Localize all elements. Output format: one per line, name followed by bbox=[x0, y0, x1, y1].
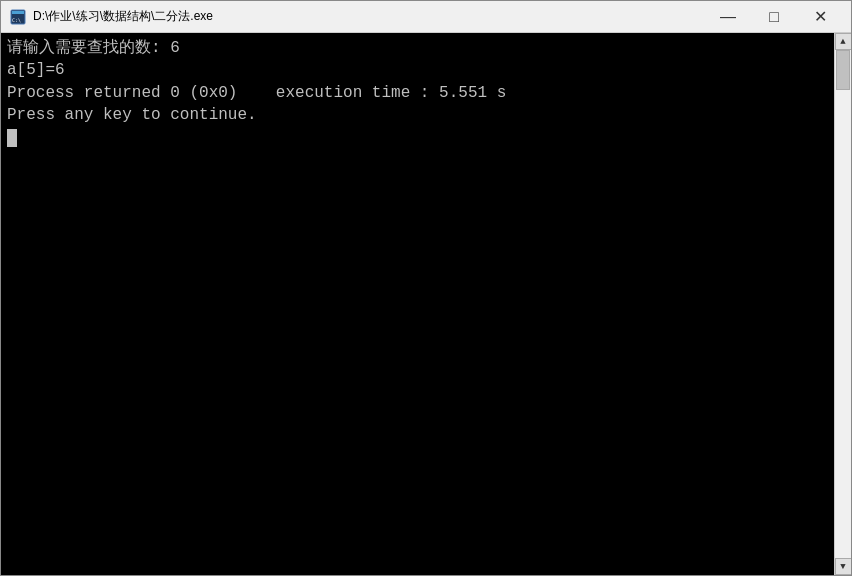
scrollbar-thumb[interactable] bbox=[836, 50, 850, 90]
console-output[interactable]: 请输入需要查找的数: 6 a[5]=6 Process returned 0 (… bbox=[1, 33, 834, 575]
close-button[interactable]: ✕ bbox=[797, 1, 843, 33]
title-bar: C:\ D:\作业\练习\数据结构\二分法.exe — □ ✕ bbox=[1, 1, 851, 33]
terminal-icon: C:\ bbox=[9, 8, 27, 26]
cursor-blink bbox=[7, 129, 17, 147]
window-body: 请输入需要查找的数: 6 a[5]=6 Process returned 0 (… bbox=[1, 33, 851, 575]
scrollbar-track[interactable] bbox=[835, 50, 851, 558]
console-line3: Process returned 0 (0x0) execution time … bbox=[7, 84, 506, 102]
minimize-button[interactable]: — bbox=[705, 1, 751, 33]
svg-text:C:\: C:\ bbox=[12, 17, 21, 23]
vertical-scrollbar[interactable]: ▲ ▼ bbox=[834, 33, 851, 575]
window: C:\ D:\作业\练习\数据结构\二分法.exe — □ ✕ 请输入需要查找的… bbox=[0, 0, 852, 576]
scroll-up-button[interactable]: ▲ bbox=[835, 33, 852, 50]
window-title: D:\作业\练习\数据结构\二分法.exe bbox=[33, 8, 705, 25]
maximize-button[interactable]: □ bbox=[751, 1, 797, 33]
console-line1: 请输入需要查找的数: 6 bbox=[7, 39, 180, 57]
svg-rect-1 bbox=[12, 11, 24, 14]
scroll-down-button[interactable]: ▼ bbox=[835, 558, 852, 575]
title-bar-controls: — □ ✕ bbox=[705, 1, 843, 33]
console-line4: Press any key to continue. bbox=[7, 106, 257, 124]
console-line2: a[5]=6 bbox=[7, 61, 65, 79]
